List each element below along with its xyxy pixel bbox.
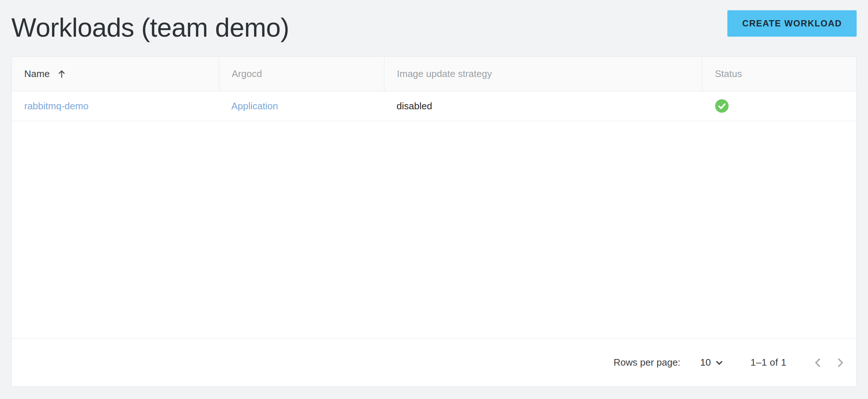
rows-per-page-select[interactable]: 10 bbox=[700, 357, 725, 368]
column-header-status: Status bbox=[702, 57, 856, 91]
arrow-up-icon bbox=[56, 69, 67, 80]
table-row: rabbitmq-demo Application disabled bbox=[12, 91, 856, 121]
workloads-table: Name Argocd Image update strategy Status… bbox=[11, 56, 857, 387]
chevron-down-icon bbox=[714, 357, 725, 368]
check-circle-icon bbox=[715, 99, 729, 113]
cell-status bbox=[702, 91, 856, 121]
rows-per-page-value: 10 bbox=[700, 357, 711, 368]
page-header: Workloads (team demo) CREATE WORKLOAD bbox=[11, 7, 857, 48]
workload-name-link[interactable]: rabbitmq-demo bbox=[24, 100, 88, 112]
pagination-range-label: 1–1 of 1 bbox=[751, 357, 786, 368]
argocd-application-link[interactable]: Application bbox=[231, 100, 278, 112]
rows-per-page-label: Rows per page: bbox=[614, 357, 680, 368]
column-header-name-label: Name bbox=[24, 68, 50, 80]
previous-page-button[interactable] bbox=[810, 355, 826, 371]
create-workload-button[interactable]: CREATE WORKLOAD bbox=[727, 10, 857, 37]
column-header-image-update-strategy: Image update strategy bbox=[384, 57, 702, 91]
table-header-row: Name Argocd Image update strategy Status bbox=[12, 57, 856, 91]
cell-image-update-strategy: disabled bbox=[384, 91, 702, 121]
cell-name: rabbitmq-demo bbox=[12, 91, 219, 121]
column-header-name[interactable]: Name bbox=[12, 57, 219, 91]
next-page-button[interactable] bbox=[832, 355, 848, 371]
page-title: Workloads (team demo) bbox=[11, 13, 289, 42]
column-header-argocd: Argocd bbox=[219, 57, 384, 91]
chevron-right-icon bbox=[833, 356, 847, 369]
cell-argocd: Application bbox=[219, 91, 384, 121]
chevron-left-icon bbox=[811, 356, 825, 369]
table-empty-area bbox=[12, 121, 856, 338]
table-pagination: Rows per page: 10 1–1 of 1 bbox=[12, 338, 856, 386]
